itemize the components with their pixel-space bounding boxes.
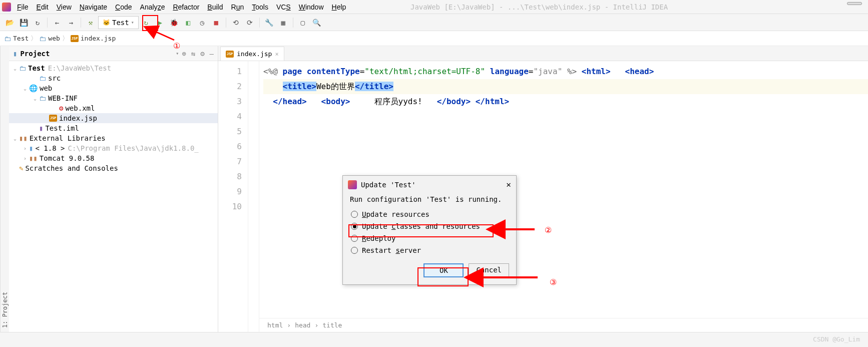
menu-build[interactable]: Build	[207, 3, 223, 11]
editor-breadcrumb: html› head› title	[259, 318, 868, 332]
left-gutter-tab[interactable]: 1: Project	[0, 46, 9, 332]
close-icon[interactable]: ✕	[506, 180, 511, 189]
box-icon[interactable]: ▢	[296, 16, 309, 29]
run-icon[interactable]: ▶	[154, 16, 167, 29]
save-icon[interactable]: 💾	[17, 16, 30, 29]
jsp-icon: JSP	[49, 115, 57, 122]
tree-item-webinf[interactable]: ⌄🗀WEB-INF	[9, 93, 218, 103]
hammer-icon[interactable]: ⚒	[84, 16, 97, 29]
folder-icon: 🗀	[4, 35, 11, 43]
menu-run[interactable]: Run	[231, 3, 244, 11]
tree-item-jdk[interactable]: ›▮< 1.8 >C:\Program Files\Java\jdk1.8.0_	[9, 143, 218, 153]
menu-window[interactable]: Window	[299, 3, 324, 11]
status-bar	[0, 332, 868, 347]
radio-update-resources[interactable]: Update resources	[350, 208, 509, 220]
back-icon[interactable]: ←	[51, 16, 64, 29]
project-sidebar: ▮ Project ▾ ⊕ ⇆ ⚙ — ⌄🗀TestE:\JavaWeb\Tes…	[9, 46, 218, 332]
profile-icon[interactable]: ◷	[196, 16, 209, 29]
menu-navigate[interactable]: Navigate	[80, 3, 107, 11]
search-icon[interactable]: 🔍	[310, 16, 323, 29]
tree-item-indexjsp[interactable]: JSPindex.jsp	[9, 113, 218, 123]
update-dialog: Update 'Test' ✕ Run configuration 'Test'…	[342, 175, 517, 285]
tree-item-root[interactable]: ⌄🗀TestE:\JavaWeb\Test	[9, 63, 218, 73]
debug-icon[interactable]: 🐞	[168, 16, 181, 29]
dialog-title: Update 'Test'	[361, 181, 416, 189]
wrench-icon[interactable]: 🔧	[263, 16, 276, 29]
project-structure-icon[interactable]: ▦	[277, 16, 290, 29]
radio-icon	[351, 223, 358, 230]
open-icon[interactable]: 📂	[3, 16, 16, 29]
radio-redeploy[interactable]: Redeploy	[350, 232, 509, 244]
editor[interactable]: 12345678910 <%@ page contentType="text/h…	[218, 61, 868, 332]
crumb-item[interactable]: head	[295, 318, 310, 333]
tree-item-tomcat[interactable]: ›▮▮Tomcat 9.0.58	[9, 153, 218, 163]
gutter: 12345678910	[218, 61, 248, 332]
tree-item-scratch[interactable]: ✎Scratches and Consoles	[9, 163, 218, 173]
refresh-icon[interactable]: ↻	[31, 16, 44, 29]
stop-icon[interactable]: ■	[210, 16, 223, 29]
jsp-icon: JSP	[226, 51, 234, 58]
menu-edit[interactable]: Edit	[37, 3, 49, 11]
tree-item-src[interactable]: 🗀src	[9, 73, 218, 83]
radio-restart[interactable]: Restart server	[350, 244, 509, 256]
jsp-icon: JSP	[71, 35, 79, 42]
fold-margin[interactable]	[248, 61, 259, 332]
menubar: File Edit View Navigate Code Analyze Ref…	[17, 3, 346, 11]
menu-vcs[interactable]: VCS	[276, 3, 291, 11]
collapse-icon[interactable]: ⇆	[191, 50, 195, 58]
close-icon[interactable]: ×	[275, 51, 278, 58]
run-config-selector[interactable]: 🐱 Test ▾	[98, 16, 139, 29]
radio-update-classes[interactable]: Update classes and resources	[350, 220, 509, 232]
scratch-icon: ✎	[19, 164, 23, 172]
watermark: CSDN @Go_Lim	[813, 335, 860, 343]
rerun-icon[interactable]: ⟲	[229, 16, 242, 29]
sidebar-header: ▮ Project ▾ ⊕ ⇆ ⚙ —	[9, 46, 218, 61]
radio-icon	[351, 211, 358, 218]
editor-tab[interactable]: JSP index.jsp ×	[220, 47, 284, 61]
lib-icon: ▮▮	[29, 154, 38, 162]
breadcrumb-item[interactable]: 🗀Test	[4, 35, 29, 43]
sidebar-title: Project	[20, 50, 173, 58]
coverage-icon[interactable]: ◧	[182, 16, 195, 29]
menu-code[interactable]: Code	[115, 3, 132, 11]
menu-refactor[interactable]: Refactor	[173, 3, 199, 11]
forward-icon[interactable]: →	[65, 16, 78, 29]
target-icon[interactable]: ⊕	[182, 50, 186, 58]
gear-icon[interactable]: ⚙	[200, 50, 204, 58]
menu-view[interactable]: View	[57, 3, 72, 11]
menu-help[interactable]: Help	[332, 3, 346, 11]
window-control-icon[interactable]	[847, 2, 862, 5]
ok-button[interactable]: OK	[423, 263, 464, 277]
dialog-titlebar[interactable]: Update 'Test' ✕	[343, 176, 516, 193]
folder-icon: 🗀	[39, 94, 46, 102]
crumb-item[interactable]: html	[267, 318, 283, 333]
tree-item-extlib[interactable]: ⌄▮▮External Libraries	[9, 133, 218, 143]
radio-icon	[351, 247, 358, 254]
library-icon: ▮▮	[19, 134, 28, 142]
menu-file[interactable]: File	[17, 3, 29, 11]
radio-icon	[351, 235, 358, 242]
module-icon: 🗀	[19, 64, 26, 72]
menu-analyze[interactable]: Analyze	[140, 3, 165, 11]
breadcrumb: 🗀Test 〉 🗀web 〉 JSPindex.jsp	[0, 31, 868, 46]
breadcrumb-item[interactable]: 🗀web	[39, 35, 60, 43]
tomcat-icon: 🐱	[103, 19, 110, 26]
tree-item-webxml[interactable]: ⚙web.xml	[9, 103, 218, 113]
titlebar: File Edit View Navigate Code Analyze Ref…	[0, 0, 868, 14]
rerun2-icon[interactable]: ⟳	[243, 16, 256, 29]
run-config-label: Test	[112, 19, 129, 27]
tree-item-web[interactable]: ⌄🌐web	[9, 83, 218, 93]
folder-icon: 🗀	[39, 74, 46, 82]
update-app-icon[interactable]: ↻	[140, 16, 153, 29]
chevron-down-icon: ▾	[131, 20, 134, 25]
breadcrumb-item[interactable]: JSPindex.jsp	[71, 35, 116, 42]
chevron-down-icon[interactable]: ▾	[176, 51, 179, 56]
minimize-icon[interactable]: —	[210, 50, 214, 58]
chevron-right-icon: 〉	[62, 34, 69, 43]
editor-tabbar: JSP index.jsp ×	[218, 46, 868, 61]
cancel-button[interactable]: Cancel	[469, 263, 509, 277]
tree-item-iml[interactable]: ▮Test.iml	[9, 123, 218, 133]
app-logo-icon	[348, 180, 357, 189]
menu-tools[interactable]: Tools	[252, 3, 268, 11]
crumb-item[interactable]: title	[322, 318, 342, 333]
